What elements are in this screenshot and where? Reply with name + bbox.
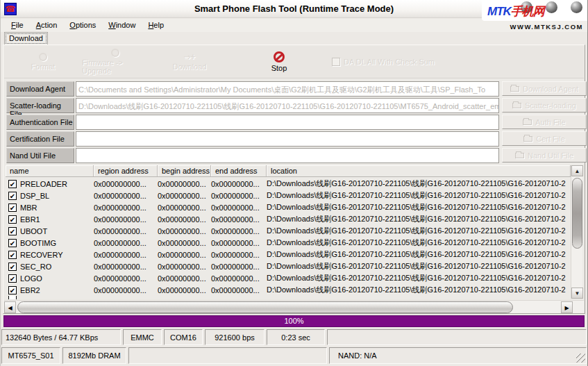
- vertical-scrollbar[interactable]: ▲ ▼: [571, 165, 582, 299]
- da-dl-checksum-checkbox[interactable]: DA DL All With Check Sum: [332, 46, 435, 78]
- download-agent-browse-button[interactable]: Download Agent: [502, 81, 587, 96]
- cert-file-label: Certification File: [6, 131, 74, 147]
- download-panel: Format Firmware -> Upgrade ⇒+ Download S…: [3, 44, 585, 314]
- folder-icon: [523, 136, 532, 142]
- format-button[interactable]: Format: [4, 46, 82, 78]
- menu-help[interactable]: Help: [142, 19, 170, 32]
- tab-bar: Download: [1, 32, 587, 44]
- toolbar: Format Firmware -> Upgrade ⇒+ Download S…: [4, 46, 584, 78]
- app-icon: ☎: [4, 3, 17, 15]
- folder-icon: [523, 119, 532, 125]
- scroll-up-icon[interactable]: ▲: [571, 165, 583, 176]
- table-row-preloader[interactable]: ✔ PRELOADER 0x000000000... 0x00000000...…: [6, 178, 571, 190]
- table-row-recovery[interactable]: ✔ RECOVERY 0x000000000... 0x00000000... …: [6, 249, 571, 260]
- scroll-right-icon[interactable]: ▶: [561, 301, 573, 313]
- status-bar-top: 132640 Bytes / 64.77 KBps EMMC COM16 921…: [1, 329, 587, 345]
- nand-util-file-label: Nand Util File: [6, 148, 74, 163]
- nand-util-file-field[interactable]: [76, 148, 499, 163]
- flash-tool-window: { "window": { "title": "Smart Phone Flas…: [0, 0, 588, 366]
- row-checkbox[interactable]: ✔: [8, 227, 17, 235]
- cert-file-field[interactable]: [76, 131, 499, 147]
- row-checkbox[interactable]: ✔: [8, 263, 17, 271]
- table-row-ebr2[interactable]: ✔ EBR2 0x000000000... 0x00000000... 0x00…: [6, 284, 571, 296]
- scroll-down-icon[interactable]: ▼: [571, 288, 583, 299]
- row-checkbox[interactable]: [8, 296, 17, 299]
- format-label: Format: [31, 63, 56, 71]
- table-row-uboot[interactable]: ✔ UBOOT 0x000000000... 0x00000000... 0x0…: [6, 225, 571, 237]
- tab-download[interactable]: Download: [4, 32, 48, 44]
- row-checkbox[interactable]: ✔: [8, 286, 17, 294]
- stop-button[interactable]: Stop: [246, 46, 312, 78]
- menu-window[interactable]: Window: [102, 19, 142, 32]
- row-checkbox[interactable]: ✔: [8, 180, 17, 188]
- menu-options[interactable]: Options: [63, 19, 102, 32]
- logo-sphere-icon: [571, 1, 582, 13]
- horizontal-scrollbar[interactable]: ◀ ▶: [4, 300, 584, 313]
- download-agent-field[interactable]: C:\Documents and Settings\Administrator\…: [76, 81, 499, 97]
- nand-util-browse-button[interactable]: Nand Util File: [502, 148, 587, 163]
- status-com-port: COM16: [164, 329, 203, 345]
- firmware-upgrade-button[interactable]: Firmware -> Upgrade: [82, 46, 149, 78]
- status-filler: [327, 329, 587, 345]
- resize-grip-icon[interactable]: [576, 353, 585, 363]
- column-region-address[interactable]: region address: [94, 165, 158, 176]
- row-checkbox[interactable]: ✔: [8, 274, 17, 283]
- vertical-scroll-thumb[interactable]: [572, 178, 582, 249]
- logo-text: MTK手机网: [487, 3, 544, 19]
- folder-icon: [512, 103, 521, 108]
- auth-file-field[interactable]: [76, 115, 499, 130]
- stop-icon: [274, 51, 285, 63]
- status-chip: MT6575_S01: [1, 347, 60, 364]
- mtk-logo-graphic: MTK手机网: [482, 0, 587, 21]
- table-row-dsp-bl[interactable]: ✔ DSP_BL 0x000000000... 0x00000000... 0x…: [6, 190, 571, 201]
- status-bar-bottom: MT6575_S01 8192Mb DRAM NAND: N/A: [1, 347, 587, 364]
- scatter-file-field[interactable]: D:\Downloads\线刷G16-20120710-221105\线刷G16…: [76, 98, 499, 113]
- table-row-partial[interactable]: [6, 296, 571, 299]
- auth-file-browse-button[interactable]: Auth File: [502, 115, 587, 129]
- row-checkbox[interactable]: ✔: [8, 251, 17, 259]
- table-row-bootimg[interactable]: ✔ BOOTIMG 0x000000000... 0x00000000... 0…: [6, 237, 571, 249]
- row-checkbox[interactable]: ✔: [8, 203, 17, 212]
- download-button[interactable]: ⇒+ Download: [149, 46, 230, 78]
- download-agent-label: Download Agent: [6, 81, 74, 97]
- scatter-file-browse-button[interactable]: Scatter-loading: [502, 98, 587, 113]
- scroll-left-icon[interactable]: ◀: [4, 301, 16, 313]
- status-storage: EMMC: [123, 329, 162, 345]
- column-location[interactable]: location: [267, 165, 571, 176]
- firmware-upgrade-label: Firmware -> Upgrade: [82, 58, 149, 75]
- download-label: Download: [173, 63, 207, 71]
- cert-file-browse-button[interactable]: Cert File: [502, 131, 587, 146]
- column-name[interactable]: name: [6, 165, 94, 176]
- row-checkbox[interactable]: ✔: [8, 215, 17, 224]
- table-row-sec-ro[interactable]: ✔ SEC_RO 0x000000000... 0x00000000... 0x…: [6, 260, 571, 272]
- checkbox-icon: [332, 58, 340, 66]
- auth-file-label: Authentication File: [6, 115, 74, 130]
- menu-file[interactable]: File: [5, 19, 30, 32]
- horizontal-scroll-thumb[interactable]: [17, 301, 513, 313]
- table-header: name region address begin address end ad…: [6, 165, 582, 177]
- progress-bar: 100%: [3, 315, 585, 327]
- table-row-mbr[interactable]: ✔ MBR 0x000000000... 0x00000000... 0x000…: [6, 201, 571, 213]
- column-begin-address[interactable]: begin address: [158, 165, 211, 176]
- folder-icon: [515, 153, 524, 158]
- column-end-address[interactable]: end address: [211, 165, 267, 176]
- menu-action[interactable]: Action: [30, 19, 64, 32]
- table-row-ebr1[interactable]: ✔ EBR1 0x000000000... 0x00000000... 0x00…: [6, 213, 571, 225]
- row-checkbox[interactable]: ✔: [8, 192, 17, 200]
- status-empty: [128, 347, 327, 364]
- status-dram: 8192Mb DRAM: [62, 347, 126, 364]
- firmware-upgrade-icon: [111, 49, 119, 57]
- scatter-file-label: Scatter-loading File: [6, 98, 74, 113]
- da-dl-checksum-label: DA DL All With Check Sum: [344, 58, 435, 66]
- status-elapsed-time: 0:23 sec: [267, 329, 325, 345]
- folder-icon: [510, 86, 519, 92]
- download-icon: ⇒+: [183, 53, 195, 61]
- format-icon: [39, 53, 47, 61]
- row-checkbox[interactable]: ✔: [8, 239, 17, 247]
- status-nand: NAND: N/A: [329, 347, 587, 364]
- table-body: ✔ PRELOADER 0x000000000... 0x00000000...…: [6, 178, 571, 299]
- partition-table: name region address begin address end ad…: [6, 165, 582, 299]
- table-row-logo[interactable]: ✔ LOGO 0x000000000... 0x00000000... 0x00…: [6, 272, 571, 284]
- status-bytes: 132640 Bytes / 64.77 KBps: [1, 329, 121, 345]
- mtk-logo: MTK手机网 WWW.MTKSJ.COM: [482, 0, 587, 32]
